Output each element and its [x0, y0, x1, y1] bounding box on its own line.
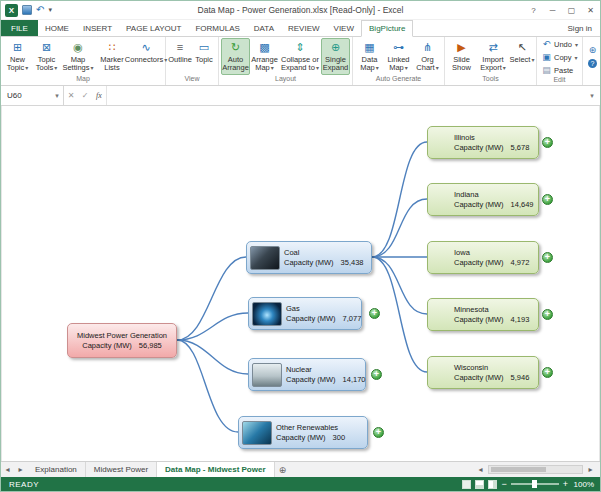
topic-node-nuclear[interactable]: Nuclear Capacity (MW)14,170	[248, 358, 366, 391]
data-map-button[interactable]: Data Map	[355, 38, 384, 75]
expand-plus-icon-nuclear[interactable]	[371, 369, 382, 380]
org-chart-button[interactable]: Org Chart	[413, 38, 442, 75]
tab-bigpicture[interactable]: BigPicture	[361, 20, 413, 37]
collapse-expand-button[interactable]: Collapse or Expand to	[279, 38, 321, 75]
sheet-tab-data-map[interactable]: Data Map - Midwest Power	[157, 462, 274, 477]
single-expand-button[interactable]: Single Expand	[321, 38, 350, 75]
expand-plus-icon-minnesota[interactable]	[542, 309, 553, 320]
connector-lines	[2, 106, 600, 461]
tab-view[interactable]: VIEW	[327, 20, 361, 36]
tab-data[interactable]: DATA	[247, 20, 281, 36]
topic-button[interactable]: Topic	[192, 38, 216, 75]
sheet-tab-midwest-power[interactable]: Midwest Power	[86, 462, 157, 477]
page-break-view-icon[interactable]	[488, 480, 497, 489]
zoom-slider-thumb[interactable]	[532, 480, 537, 488]
node-label: Capacity (MW)	[454, 315, 504, 324]
name-box-dropdown-icon[interactable]	[51, 86, 64, 105]
topic-node-minnesota[interactable]: Minnesota Capacity (MW)4,193	[427, 298, 539, 331]
sheet-nav-left-icon[interactable]	[1, 462, 14, 477]
tab-insert[interactable]: INSERT	[76, 20, 119, 36]
paste-label: Paste	[554, 66, 573, 75]
import-export-label: Import Export	[480, 55, 503, 72]
status-ready-text: READY	[1, 480, 39, 489]
zoom-in-icon[interactable]	[563, 480, 568, 489]
node-title: Minnesota	[454, 305, 535, 314]
horizontal-scrollbar[interactable]	[474, 462, 600, 477]
expand-plus-icon-wisconsin[interactable]	[542, 367, 553, 378]
node-title: Midwest Power Generation	[77, 331, 167, 340]
undo-icon[interactable]	[36, 5, 44, 15]
copy-icon	[541, 52, 552, 63]
minimize-button[interactable]: ─	[543, 6, 562, 15]
topic-tools-button[interactable]: Topic Tools	[32, 38, 61, 75]
select-button[interactable]: Select	[510, 38, 534, 75]
map-canvas[interactable]: Midwest Power Generation Capacity (MW)56…	[1, 106, 600, 461]
tab-page-layout[interactable]: PAGE LAYOUT	[119, 20, 188, 36]
paste-button[interactable]: Paste	[539, 64, 575, 76]
map-settings-button[interactable]: Map Settings	[61, 38, 95, 75]
excel-logo-icon[interactable]	[5, 4, 18, 17]
enter-icon[interactable]: ✓	[78, 86, 92, 105]
topic-node-gas[interactable]: Gas Capacity (MW)7,077	[248, 297, 362, 330]
arrange-map-button[interactable]: Arrange Map	[250, 38, 279, 75]
help-menu-button[interactable]: Help	[585, 57, 600, 69]
utilities-icon	[587, 45, 598, 56]
insert-function-icon[interactable]: fx	[92, 86, 106, 105]
topic-node-other-renewables[interactable]: Other Renewables Capacity (MW)300	[238, 416, 368, 449]
expand-plus-icon-illinois[interactable]	[542, 137, 553, 148]
tab-formulas[interactable]: FORMULAS	[188, 20, 246, 36]
scrollbar-thumb[interactable]	[491, 467, 546, 472]
scrollbar-track[interactable]	[488, 465, 583, 474]
topic-node-iowa[interactable]: Iowa Capacity (MW)4,972	[427, 241, 539, 274]
zoom-slider[interactable]	[511, 483, 559, 485]
copy-button[interactable]: Copy	[539, 51, 580, 63]
undo-button[interactable]: Undo	[539, 38, 580, 50]
auto-arrange-button[interactable]: Auto Arrange	[221, 38, 250, 75]
utilities-button[interactable]: Utilities	[585, 44, 600, 56]
excel-window: Data Map - Power Generation.xlsx [Read-O…	[0, 0, 601, 492]
expand-plus-icon-iowa[interactable]	[542, 252, 553, 263]
sheet-tab-explanation[interactable]: Explanation	[27, 462, 86, 477]
node-title: Nuclear	[286, 365, 362, 374]
expand-plus-icon-other-renewables[interactable]	[373, 427, 384, 438]
zoom-out-icon[interactable]	[501, 480, 506, 489]
tab-home[interactable]: HOME	[38, 20, 76, 36]
sign-in-link[interactable]: Sign in	[568, 20, 600, 36]
tab-file[interactable]: FILE	[1, 20, 38, 36]
slide-show-button[interactable]: Slide Show	[447, 38, 476, 75]
normal-view-icon[interactable]	[462, 480, 471, 489]
close-button[interactable]: ✕	[581, 6, 600, 15]
help-button[interactable]: ?	[524, 6, 543, 15]
scroll-left-icon[interactable]	[474, 465, 487, 474]
expand-plus-icon-gas[interactable]	[369, 308, 380, 319]
linked-map-button[interactable]: Linked Map	[384, 38, 413, 75]
topic-node-root[interactable]: Midwest Power Generation Capacity (MW)56…	[67, 323, 177, 358]
save-icon[interactable]	[22, 5, 32, 15]
zoom-level[interactable]: 100%	[572, 480, 594, 489]
node-title: Iowa	[454, 248, 535, 257]
sheet-nav-right-icon[interactable]	[14, 462, 27, 477]
name-box[interactable]: U60	[1, 86, 51, 105]
topic-node-illinois[interactable]: Illinois Capacity (MW)5,678	[427, 126, 539, 159]
formula-input[interactable]	[106, 86, 584, 105]
formula-bar-expand-icon[interactable]	[584, 86, 600, 105]
new-topic-button[interactable]: New Topic	[3, 38, 32, 75]
page-layout-view-icon[interactable]	[475, 480, 484, 489]
topic-node-coal[interactable]: Coal Capacity (MW)35,438	[246, 241, 372, 274]
tab-review[interactable]: REVIEW	[281, 20, 327, 36]
new-sheet-icon[interactable]	[275, 462, 291, 477]
maximize-button[interactable]: ▢	[562, 6, 581, 15]
expand-plus-icon-indiana[interactable]	[542, 194, 553, 205]
cancel-icon[interactable]: ✕	[64, 86, 78, 105]
status-bar: READY 100%	[1, 477, 600, 491]
ribbon-group-label-edit: Edit	[539, 76, 580, 85]
import-export-button[interactable]: Import Export	[476, 38, 510, 75]
connectors-button[interactable]: Connectors	[129, 38, 163, 75]
topic-node-wisconsin[interactable]: Wisconsin Capacity (MW)5,946	[427, 356, 539, 389]
wisconsin-state-icon	[433, 363, 450, 382]
scroll-right-icon[interactable]	[584, 465, 597, 474]
node-value: 4,972	[511, 258, 530, 267]
topic-node-indiana[interactable]: Indiana Capacity (MW)14,649	[427, 183, 539, 216]
quick-access-customize-icon[interactable]	[48, 6, 52, 14]
outline-button[interactable]: Outline	[168, 38, 192, 75]
